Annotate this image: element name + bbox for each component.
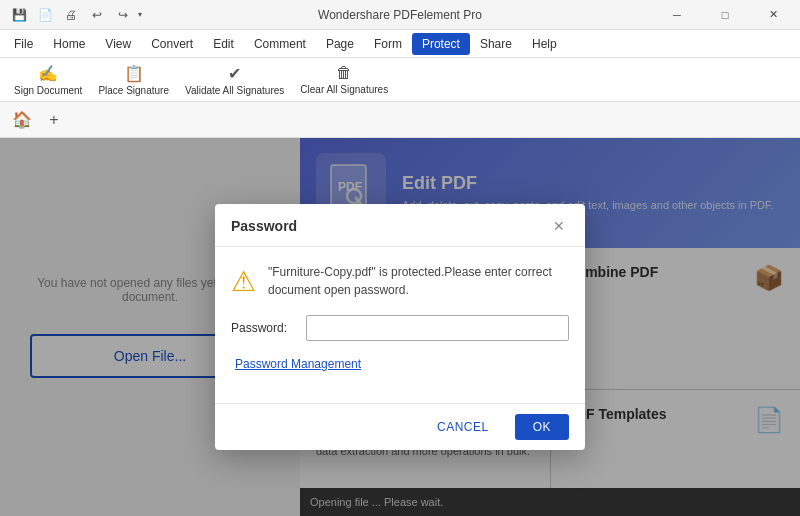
modal-overlay: Password ✕ ⚠ "Furniture-Copy.pdf" is pro… [0, 138, 800, 516]
dialog-message: "Furniture-Copy.pdf" is protected.Please… [268, 263, 569, 299]
password-label: Password: [231, 321, 296, 335]
menu-page[interactable]: Page [316, 33, 364, 55]
menu-convert[interactable]: Convert [141, 33, 203, 55]
validate-icon: ✔ [228, 64, 241, 83]
place-signature-btn[interactable]: 📋 Place Signature [92, 61, 175, 99]
clear-icon: 🗑 [336, 64, 352, 82]
app-title: Wondershare PDFelement Pro [318, 8, 482, 22]
validate-signatures-btn[interactable]: ✔ Validate All Signatures [179, 61, 290, 99]
close-button[interactable]: ✕ [750, 0, 796, 30]
menu-share[interactable]: Share [470, 33, 522, 55]
restore-button[interactable]: □ [702, 0, 748, 30]
minimize-button[interactable]: ─ [654, 0, 700, 30]
validate-label: Validate All Signatures [185, 85, 284, 96]
place-signature-label: Place Signature [98, 85, 169, 96]
cancel-button[interactable]: CANCEL [419, 414, 507, 440]
add-tab-btn[interactable]: + [40, 106, 68, 134]
password-input[interactable] [306, 315, 569, 341]
quick-access-toolbar: 💾 📄 🖨 ↩ ↪ ▾ [8, 4, 142, 26]
dialog-close-button[interactable]: ✕ [549, 216, 569, 236]
password-field-row: Password: [231, 315, 569, 341]
password-management-link[interactable]: Password Management [231, 357, 569, 371]
sign-document-label: Sign Document [14, 85, 82, 96]
clear-signatures-btn[interactable]: 🗑 Clear All Signatures [294, 61, 394, 98]
main-content: You have not opened any files yet. Open … [0, 138, 800, 516]
dialog-buttons: CANCEL OK [215, 403, 585, 450]
dialog-body: ⚠ "Furniture-Copy.pdf" is protected.Plea… [215, 247, 585, 403]
dialog-title-bar: Password ✕ [215, 204, 585, 247]
menu-file[interactable]: File [4, 33, 43, 55]
place-signature-icon: 📋 [124, 64, 144, 83]
qat-save[interactable]: 💾 [8, 4, 30, 26]
window-controls: ─ □ ✕ [654, 0, 796, 30]
qat-redo[interactable]: ↪ [112, 4, 134, 26]
background-content: You have not opened any files yet. Open … [0, 138, 800, 516]
menu-help[interactable]: Help [522, 33, 567, 55]
qat-undo[interactable]: ↩ [86, 4, 108, 26]
clear-label: Clear All Signatures [300, 84, 388, 95]
menu-view[interactable]: View [95, 33, 141, 55]
dialog-message-row: ⚠ "Furniture-Copy.pdf" is protected.Plea… [231, 263, 569, 299]
ok-button[interactable]: OK [515, 414, 569, 440]
menu-protect[interactable]: Protect [412, 33, 470, 55]
nav-bar: 🏠 + [0, 102, 800, 138]
sign-document-btn[interactable]: ✍ Sign Document [8, 61, 88, 99]
toolbar: ✍ Sign Document 📋 Place Signature ✔ Vali… [0, 58, 800, 102]
password-dialog: Password ✕ ⚠ "Furniture-Copy.pdf" is pro… [215, 204, 585, 450]
menu-comment[interactable]: Comment [244, 33, 316, 55]
warning-icon: ⚠ [231, 265, 256, 299]
menu-home[interactable]: Home [43, 33, 95, 55]
dialog-title: Password [231, 218, 297, 234]
qat-new[interactable]: 📄 [34, 4, 56, 26]
qat-print[interactable]: 🖨 [60, 4, 82, 26]
menu-form[interactable]: Form [364, 33, 412, 55]
sign-document-icon: ✍ [38, 64, 58, 83]
menu-bar: File Home View Convert Edit Comment Page… [0, 30, 800, 58]
qat-dropdown[interactable]: ▾ [138, 10, 142, 19]
home-nav-btn[interactable]: 🏠 [8, 106, 36, 134]
title-bar: 💾 📄 🖨 ↩ ↪ ▾ Wondershare PDFelement Pro ─… [0, 0, 800, 30]
menu-edit[interactable]: Edit [203, 33, 244, 55]
